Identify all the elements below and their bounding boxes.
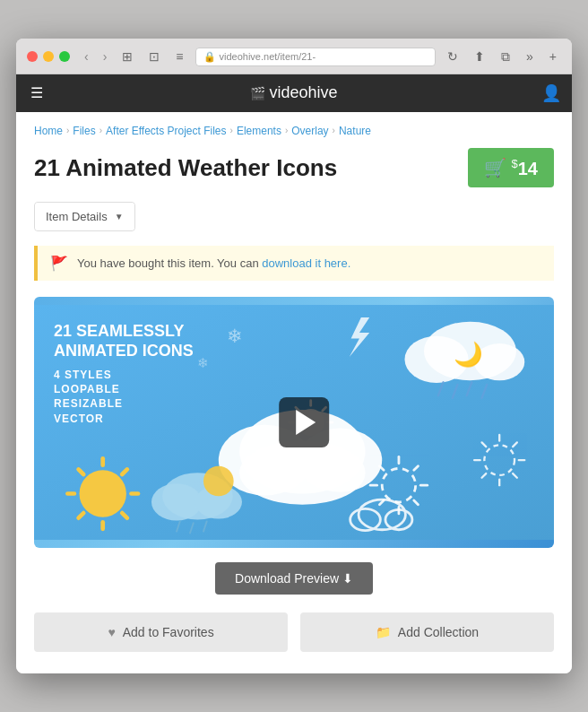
reader-icon[interactable]: ⊞ bbox=[117, 48, 137, 65]
breadcrumb-sep-5: › bbox=[333, 126, 335, 135]
hamburger-button[interactable]: ☰ bbox=[27, 81, 47, 105]
maximize-button[interactable] bbox=[59, 51, 70, 62]
address-bar[interactable]: 🔒 videohive.net/item/21- bbox=[195, 48, 437, 66]
prop-loopable: LOOPABLE bbox=[54, 383, 194, 395]
svg-point-37 bbox=[203, 466, 234, 497]
svg-point-15 bbox=[239, 441, 365, 505]
action-buttons: ♥ Add to Favorites 📁 Add Collection bbox=[34, 612, 554, 652]
scene-line1: 21 SEAMLESSLY bbox=[54, 322, 194, 342]
breadcrumb-elements[interactable]: Elements bbox=[237, 125, 281, 137]
add-collection-button[interactable]: 📁 Add Collection bbox=[300, 612, 554, 652]
prop-4styles: 4 STYLES bbox=[54, 369, 194, 381]
traffic-lights bbox=[27, 51, 70, 62]
price-display: $14 bbox=[512, 157, 538, 179]
play-triangle-icon bbox=[296, 410, 316, 435]
scene-text: 21 SEAMLESSLY ANIMATED ICONS 4 STYLES LO… bbox=[54, 322, 194, 427]
price-value: 14 bbox=[518, 158, 538, 178]
scene-props: 4 STYLES LOOPABLE RESIZABLE VECTOR bbox=[54, 369, 194, 426]
close-button[interactable] bbox=[27, 51, 38, 62]
nav-bar: ☰ 🎬 videohive 👤 bbox=[16, 74, 572, 112]
upload-icon[interactable]: ⬆ bbox=[470, 48, 489, 65]
page-title: 21 Animated Weather Icons bbox=[34, 154, 337, 182]
chevron-down-icon: ▼ bbox=[115, 212, 124, 221]
breadcrumb-after-effects[interactable]: After Effects Project Files bbox=[106, 125, 227, 137]
share-icon[interactable]: ⊡ bbox=[144, 48, 164, 65]
weather-scene: ❄ ❄ 🌙 bbox=[34, 297, 554, 548]
forward-button[interactable]: › bbox=[99, 48, 111, 65]
browser-content: ☰ 🎬 videohive 👤 Home › Files › After Eff… bbox=[16, 74, 572, 674]
download-link[interactable]: download it here. bbox=[262, 256, 350, 270]
copy-icon[interactable]: ⧉ bbox=[497, 48, 514, 66]
download-preview-button[interactable]: Download Preview ⬇ bbox=[215, 562, 373, 595]
minimize-button[interactable] bbox=[43, 51, 54, 62]
title-bar: ‹ › ⊞ ⊡ ≡ 🔒 videohive.net/item/21- ↻ ⬆ ⧉… bbox=[16, 39, 572, 74]
lock-icon: 🔒 bbox=[203, 51, 216, 63]
currency-symbol: $ bbox=[512, 157, 518, 170]
heart-icon: ♥ bbox=[108, 625, 115, 639]
breadcrumb-nature[interactable]: Nature bbox=[339, 125, 371, 137]
breadcrumb-overlay[interactable]: Overlay bbox=[291, 125, 328, 137]
user-account-button[interactable]: 👤 bbox=[541, 83, 561, 103]
play-button[interactable] bbox=[279, 397, 329, 447]
page-content: Home › Files › After Effects Project Fil… bbox=[16, 112, 572, 674]
flag-icon: 🚩 bbox=[50, 255, 68, 272]
new-tab-button[interactable]: + bbox=[545, 48, 561, 65]
svg-text:❄: ❄ bbox=[197, 356, 209, 371]
logo-icon: 🎬 bbox=[250, 86, 265, 100]
reload-button[interactable]: ↻ bbox=[443, 48, 463, 65]
add-collection-label: Add Collection bbox=[398, 625, 479, 639]
scene-line2: ANIMATED ICONS bbox=[54, 342, 194, 361]
browser-window: ‹ › ⊞ ⊡ ≡ 🔒 videohive.net/item/21- ↻ ⬆ ⧉… bbox=[16, 39, 572, 674]
video-preview[interactable]: ❄ ❄ 🌙 bbox=[34, 297, 554, 548]
svg-point-35 bbox=[151, 484, 202, 521]
breadcrumb-sep-2: › bbox=[99, 126, 102, 135]
add-to-favorites-label: Add to Favorites bbox=[123, 625, 214, 639]
breadcrumb-sep-4: › bbox=[285, 126, 288, 135]
download-preview-wrap: Download Preview ⬇ bbox=[34, 562, 554, 595]
breadcrumb-home[interactable]: Home bbox=[34, 125, 63, 137]
notice-bar: 🚩 You have bought this item. You can dow… bbox=[34, 246, 554, 281]
logo-text: videohive bbox=[269, 83, 337, 102]
more-button[interactable]: » bbox=[522, 48, 538, 65]
add-to-favorites-button[interactable]: ♥ Add to Favorites bbox=[34, 612, 288, 652]
collection-icon: 📁 bbox=[376, 625, 391, 639]
back-button[interactable]: ‹ bbox=[81, 48, 92, 65]
svg-point-25 bbox=[80, 471, 126, 517]
notice-text: You have bought this item. You can downl… bbox=[77, 256, 350, 270]
buy-button[interactable]: 🛒 $14 bbox=[468, 148, 554, 188]
nav-bar-inner: ☰ 🎬 videohive 👤 bbox=[27, 81, 561, 105]
prop-vector: VECTOR bbox=[54, 412, 194, 425]
breadcrumb-sep-1: › bbox=[66, 126, 69, 135]
item-details-label: Item Details bbox=[46, 210, 108, 223]
prop-resizable: RESIZABLE bbox=[54, 397, 194, 410]
item-details-bar: Item Details ▼ bbox=[34, 202, 135, 231]
svg-text:❄: ❄ bbox=[227, 326, 243, 346]
menu-icon[interactable]: ≡ bbox=[171, 48, 187, 65]
breadcrumb-sep-3: › bbox=[230, 126, 233, 135]
title-area: 21 Animated Weather Icons 🛒 $14 bbox=[34, 148, 554, 188]
cart-icon: 🛒 bbox=[484, 157, 506, 178]
url-text: videohive.net/item/21- bbox=[220, 51, 316, 62]
svg-text:🌙: 🌙 bbox=[454, 340, 483, 369]
site-logo: 🎬 videohive bbox=[250, 83, 337, 102]
breadcrumb: Home › Files › After Effects Project Fil… bbox=[34, 125, 554, 137]
download-preview-label: Download Preview ⬇ bbox=[235, 571, 353, 586]
breadcrumb-files[interactable]: Files bbox=[73, 125, 95, 137]
item-details-button[interactable]: Item Details ▼ bbox=[35, 203, 134, 230]
